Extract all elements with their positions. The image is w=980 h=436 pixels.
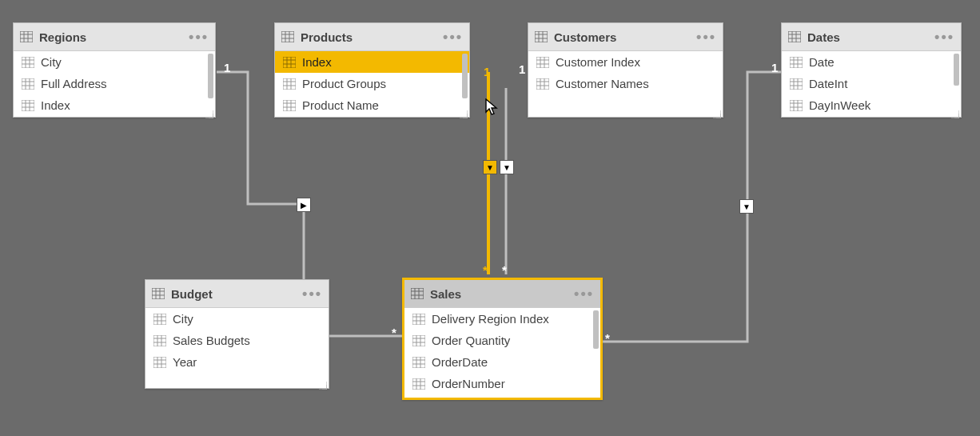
svg-rect-90 xyxy=(153,357,166,368)
field-row: Year xyxy=(145,351,329,373)
svg-rect-20 xyxy=(281,31,294,42)
resize-handle[interactable] xyxy=(951,107,959,115)
ellipsis-icon[interactable]: ••• xyxy=(443,23,463,50)
resize-handle[interactable] xyxy=(460,107,468,115)
svg-rect-30 xyxy=(283,78,296,90)
ellipsis-icon[interactable]: ••• xyxy=(302,280,322,307)
model-canvas[interactable]: 1 1 1 * * * * 1 ▶ ▼ ▼ ▼ Regions ••• City… xyxy=(0,0,980,436)
field-row: Product Name xyxy=(275,94,469,116)
field-list-products[interactable]: Index Product Groups Product Name xyxy=(275,51,469,117)
svg-rect-0 xyxy=(20,31,33,42)
column-icon xyxy=(412,335,425,346)
table-header-regions[interactable]: Regions ••• xyxy=(14,23,215,51)
table-budget[interactable]: Budget ••• City Sales Budgets Year xyxy=(145,279,329,389)
table-header-budget[interactable]: Budget ••• xyxy=(145,280,329,308)
column-icon xyxy=(283,100,296,111)
card-dates-star: * xyxy=(605,331,610,345)
table-title: Sales xyxy=(430,287,461,301)
table-header-sales[interactable]: Sales ••• xyxy=(404,280,600,308)
scrollbar-thumb[interactable] xyxy=(462,54,468,98)
svg-rect-65 xyxy=(790,78,803,90)
table-header-dates[interactable]: Dates ••• xyxy=(782,23,961,51)
scrollbar-thumb[interactable] xyxy=(954,54,959,86)
column-icon xyxy=(412,357,425,368)
card-products-1: 1 xyxy=(484,65,490,78)
svg-rect-95 xyxy=(411,288,424,299)
svg-rect-15 xyxy=(22,100,34,111)
field-row: Sales Budgets xyxy=(145,330,329,351)
column-icon xyxy=(153,314,166,325)
svg-rect-40 xyxy=(535,31,548,42)
field-list-dates[interactable]: Date DateInt DayInWeek xyxy=(782,51,961,117)
scrollbar-thumb[interactable] xyxy=(593,310,599,349)
filter-direction-customers[interactable]: ▼ xyxy=(500,160,514,174)
column-icon xyxy=(22,100,34,111)
svg-rect-5 xyxy=(22,57,34,68)
field-row: OrderNumber xyxy=(404,373,600,394)
column-icon xyxy=(790,100,803,111)
field-list-budget[interactable]: City Sales Budgets Year xyxy=(145,308,329,388)
filter-direction-dates[interactable]: ▼ xyxy=(739,199,754,214)
table-header-products[interactable]: Products ••• xyxy=(275,23,469,51)
scrollbar-thumb[interactable] xyxy=(208,54,213,98)
field-row: Date xyxy=(782,51,961,73)
column-icon xyxy=(283,78,296,90)
field-row: Product Groups xyxy=(275,73,469,94)
svg-rect-25 xyxy=(283,57,296,68)
svg-rect-70 xyxy=(790,100,803,111)
ellipsis-icon[interactable]: ••• xyxy=(189,23,209,50)
ellipsis-icon[interactable]: ••• xyxy=(574,280,594,307)
svg-rect-100 xyxy=(412,314,425,325)
column-icon xyxy=(536,57,549,68)
field-row: Delivery Region Index xyxy=(404,308,600,330)
filter-direction-regions[interactable]: ▶ xyxy=(297,198,311,212)
resize-handle[interactable] xyxy=(713,107,721,115)
table-dates[interactable]: Dates ••• Date DateInt DayInWeek xyxy=(781,22,962,118)
field-row: OrderDate xyxy=(404,351,600,373)
table-icon xyxy=(281,31,294,42)
table-icon xyxy=(411,288,424,299)
svg-rect-45 xyxy=(536,57,549,68)
table-title: Regions xyxy=(39,30,86,44)
table-icon xyxy=(152,288,165,299)
field-list-regions[interactable]: City Full Address Index xyxy=(14,51,215,117)
table-title: Dates xyxy=(807,30,840,44)
table-title: Customers xyxy=(554,30,616,44)
ellipsis-icon[interactable]: ••• xyxy=(696,23,716,50)
table-products[interactable]: Products ••• Index Product Groups Produc… xyxy=(274,22,470,118)
table-title: Products xyxy=(301,30,353,44)
svg-rect-115 xyxy=(412,378,425,390)
table-regions[interactable]: Regions ••• City Full Address Index xyxy=(13,22,216,118)
field-row: Order Quantity xyxy=(404,330,600,351)
svg-rect-55 xyxy=(788,31,801,42)
table-icon xyxy=(535,31,548,42)
column-icon xyxy=(153,335,166,346)
column-icon xyxy=(283,57,296,68)
field-row-selected[interactable]: Index xyxy=(275,51,469,73)
table-header-customers[interactable]: Customers ••• xyxy=(528,23,723,51)
filter-direction-products[interactable]: ▼ xyxy=(483,160,497,174)
resize-handle[interactable] xyxy=(205,107,213,115)
column-icon xyxy=(153,357,166,368)
table-customers[interactable]: Customers ••• Customer Index Customer Na… xyxy=(528,22,723,118)
field-row: Customer Index xyxy=(528,51,723,73)
card-products-star: * xyxy=(483,263,488,277)
field-list-customers[interactable]: Customer Index Customer Names xyxy=(528,51,723,117)
svg-rect-50 xyxy=(536,78,549,90)
svg-rect-105 xyxy=(412,335,425,346)
card-regions-1: 1 xyxy=(224,61,230,74)
column-icon xyxy=(790,78,803,90)
column-icon xyxy=(790,57,803,68)
field-row: Index xyxy=(14,94,215,116)
table-title: Budget xyxy=(171,287,213,301)
field-list-sales[interactable]: Delivery Region Index Order Quantity Ord… xyxy=(404,308,600,398)
column-icon xyxy=(536,78,549,90)
column-icon xyxy=(412,314,425,325)
resize-handle[interactable] xyxy=(319,378,327,386)
field-row: City xyxy=(145,308,329,330)
field-row: Customer Names xyxy=(528,73,723,94)
table-sales[interactable]: Sales ••• Delivery Region Index Order Qu… xyxy=(402,278,603,400)
ellipsis-icon[interactable]: ••• xyxy=(934,23,954,50)
mouse-cursor-icon xyxy=(485,98,500,118)
column-icon xyxy=(412,378,425,390)
